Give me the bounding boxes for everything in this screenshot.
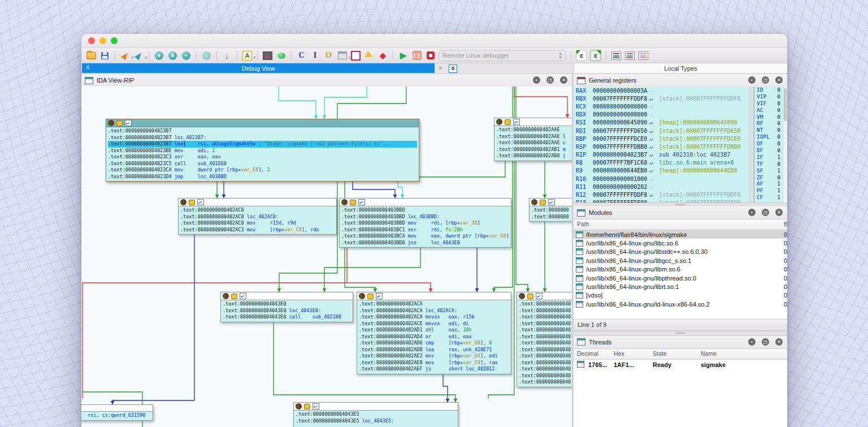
text-view-icon[interactable]: A▾ [242,50,253,61]
restore-button[interactable]: ◳ [762,338,769,346]
hand-edit-icon[interactable] [505,119,511,125]
step-over-icon[interactable]: c [590,50,601,61]
disasm-line[interactable]: .text:0000000000402AD4 or edi, eax [359,334,509,340]
graph-node-5[interactable]: .text:00000000004043E0.text:000000000040… [220,292,353,322]
return-arrow-icon[interactable]: ↵ [649,103,659,110]
disasm-line[interactable]: .text:0000000000403BBD [341,207,509,214]
minimize-window-button[interactable] [99,37,106,44]
disasm-line[interactable]: .text:0000000000402AB1 m [496,146,572,153]
return-arrow-icon[interactable]: ↵ [649,88,659,94]
graph-node-titlebar[interactable] [294,403,458,411]
register-value[interactable]: 00007FFFFFFFDCE0 [593,136,649,142]
chart-icon[interactable] [548,199,555,205]
hand-edit-icon[interactable] [116,120,123,126]
disasm-line[interactable]: .text:0000000000402AE8 mov [rbp+var_F8],… [359,360,509,366]
module-row[interactable]: [vdso]0 [574,291,787,300]
disasm-line[interactable]: .text:0000000000402ACA [359,301,509,308]
disasm-line[interactable]: .text:0000000000402AC0 [180,207,335,214]
module-row[interactable]: /usr/lib/x86_64-linux-gnu/ld-linux-x86-6… [574,300,787,308]
graph-view-canvas[interactable]: .text:00000000004023B7.text:000000000040… [81,87,572,427]
chart-icon[interactable] [536,293,542,299]
hand-edit-icon[interactable] [527,294,533,299]
return-arrow-icon[interactable]: ↵ [649,184,659,190]
register-row-R9[interactable]: R90000000000644EB0↵[heap]:0000000000644E… [574,167,749,175]
step-into-icon[interactable]: c [576,50,587,61]
close-button[interactable]: ✕ [560,76,567,84]
close-window-button[interactable] [88,37,95,44]
register-row-RIP[interactable]: RIP00000000004023B7↵sub_402310:loc_4023B… [574,151,749,159]
disasm-line[interactable]: .text:00000000004023B7 loc_4023B7: [108,135,417,141]
disasm-line[interactable]: .text:00000000004043E0 [223,301,351,308]
disasm-line[interactable]: .text:0000000000403BBD mov rdi, [rbp+var… [341,220,509,227]
graph-node-titlebar[interactable] [357,292,511,300]
return-arrow-icon[interactable]: ↵ [649,192,659,198]
flag-row-IF[interactable]: IF1 [754,154,783,161]
flag-row-SF[interactable]: SF1 [754,167,783,174]
restore-button[interactable]: ◳ [762,209,769,216]
flag-row-ZF[interactable]: ZF0 [754,174,783,181]
minimize-button[interactable]: ▪ [748,338,756,346]
register-value[interactable]: 0000000000000000 [593,103,649,110]
disasm-line[interactable]: .text:0000000000402AC3 mov [rbp+var_C8],… [180,227,335,234]
disasm-line[interactable]: .text:0000000 [531,207,572,214]
register-row-RDI[interactable]: RDI00007FFFFFFFD650↵[stack]:00007FFFFFFF… [574,127,749,135]
flag-row-AC[interactable]: AC0 [754,107,783,114]
graph-node-titlebar[interactable] [106,119,419,127]
register-value[interactable]: 0000000000000202 [593,184,649,190]
flag-row-IOPL[interactable]: IOPL0 [754,133,783,140]
register-value[interactable]: 0000000000001000 [593,176,649,182]
register-row-R11[interactable]: R110000000000000202↵ [574,183,749,191]
flag-row-TF[interactable]: TF0 [754,161,783,167]
chart-icon[interactable] [125,120,132,126]
i-beam-icon[interactable]: I [310,50,320,61]
minus-circle-icon[interactable]: − [181,50,192,61]
breakpoint-sphere-icon[interactable] [519,293,525,299]
disasm-line[interactable]: .text:00000000004023BE mov edi, 1 [108,148,417,154]
disasm-line[interactable]: .text:0000000000402AE2 mov [rbp+var_D4],… [359,353,509,360]
register-row-RAX[interactable]: RAX000000000000003A↵ [574,87,749,94]
register-row-R12[interactable]: R1200007FFFFFFFDDF8↵[stack]:00007FFFFFFF… [574,191,749,199]
column-hex[interactable]: Hex [614,350,624,357]
module-row[interactable]: /usr/lib/x86_64-linux-gnu/libc.so.60 [574,239,787,247]
register-row-RSI[interactable]: RSI0000000000645090↵[heap]:0000000000645… [574,119,749,127]
minimize-button[interactable]: ▪ [748,76,756,84]
disasm-line[interactable]: .text:000000000040 [519,379,572,386]
breakpoint-sphere-icon[interactable] [223,293,229,299]
open-file-icon[interactable] [86,50,97,61]
return-arrow-icon[interactable]: ↵ [649,119,659,126]
register-row-R10[interactable]: R100000000000001000↵ [574,175,749,183]
flag-row-DF[interactable]: DF0 [754,147,783,154]
return-arrow-icon[interactable]: ↵ [649,111,659,118]
column-base[interactable]: B [784,221,787,227]
c-clamp-icon[interactable]: C [296,50,307,61]
disasm-line-highlighted[interactable]: .text:00000000004023B7 lea| rsi, aUsageS… [108,141,417,148]
column-state[interactable]: State [653,350,667,357]
threads-list[interactable]: 1765...1AF1...Readysigmake [574,360,787,370]
disasm-line[interactable]: .text:0000000000403BC1 xor rdi, fs:28h [341,227,509,234]
register-value[interactable]: 0000000000645090 [593,119,649,126]
flag-row-VM[interactable]: VM0 [754,114,783,120]
close-button[interactable]: ✕ [775,338,783,346]
column-path[interactable]: Path [577,221,589,227]
graph-node-titlebar[interactable] [340,199,511,206]
watch-list-icon[interactable] [624,50,635,61]
disasm-line[interactable]: .text:0000000000402ACE movzx edi, di [359,321,509,327]
minimize-button[interactable]: ▪ [533,76,540,84]
register-row-RDX[interactable]: RDX0000000000000000↵ [574,111,749,119]
registers-scrollbar[interactable] [783,87,787,202]
tab-local-types[interactable]: Local Types [574,63,787,73]
graph-node-1[interactable]: .text:0000000000402AAE.text:000000000040… [494,118,572,161]
graph-node-titlebar[interactable] [81,405,153,412]
disasm-line[interactable]: .text:000000000040 [519,373,572,379]
disasm-line[interactable]: .text:00000000004043E0 call sub_402100 [223,314,351,321]
flag-row-AF[interactable]: AF1 [754,180,783,187]
disasm-line[interactable]: .text:000000000040 [519,308,572,314]
disasm-line[interactable]: .text:00000000004043E5 loc_4043E5: [296,418,456,425]
tabbar-close-icon[interactable]: × [439,64,442,71]
zoom-window-button[interactable] [111,37,118,44]
edit-pencil-icon[interactable] [364,50,375,61]
register-value[interactable]: 00007FFFFFFFD650 [593,128,649,134]
disasm-line[interactable]: .text:00000000004023C5 call sub_401E60 [108,161,417,167]
disasm-line[interactable]: .text:000000000040 [519,353,572,360]
register-value[interactable]: 00007FFFFFFFDDF8 [593,192,649,198]
